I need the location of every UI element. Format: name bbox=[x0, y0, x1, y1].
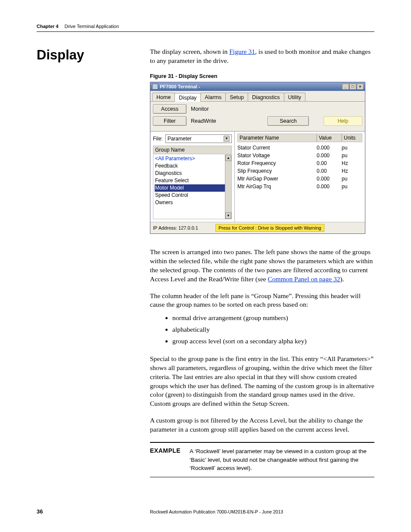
status-message[interactable]: Press for Control : Drive is Stopped wit… bbox=[215, 224, 324, 232]
param-name: Mtr AirGap Trq bbox=[237, 183, 317, 190]
sort-list: normal drive arrangement (group numbers)… bbox=[172, 313, 374, 346]
filter-button[interactable]: Filter bbox=[153, 116, 187, 126]
tab-alarms[interactable]: Alarms bbox=[200, 93, 226, 101]
minimize-button[interactable]: _ bbox=[342, 84, 349, 90]
body-paragraph: The column header of the left pane is “G… bbox=[150, 292, 374, 310]
page-footer: 36 Rockwell Automation Publication 7000-… bbox=[37, 508, 374, 515]
group-item[interactable]: Motor Model bbox=[155, 184, 230, 192]
panes: File: Parameter ▼ Group Name <All Parame… bbox=[150, 131, 365, 222]
tab-utility[interactable]: Utility bbox=[284, 93, 306, 101]
param-name: Stator Voltage bbox=[237, 152, 317, 159]
param-table-header: Parameter Name Value Units bbox=[237, 134, 362, 142]
param-name: Stator Current bbox=[237, 144, 317, 152]
tabs-row: Home Display Alarms Setup Diagnostics Ut… bbox=[150, 91, 365, 102]
group-item[interactable]: <All Parameters> bbox=[155, 155, 230, 162]
param-value: 0.00 bbox=[317, 167, 342, 175]
param-row[interactable]: Mtr AirGap Power0.000pu bbox=[237, 175, 362, 183]
file-combo-value: Parameter bbox=[168, 136, 192, 142]
common-panel-link[interactable]: Common Panel on page 32 bbox=[268, 275, 340, 283]
monitor-label: Monitor bbox=[191, 106, 209, 112]
header-rule bbox=[37, 31, 374, 32]
figure-caption: Figure 31 - Display Screen bbox=[150, 73, 374, 79]
maximize-button[interactable]: □ bbox=[349, 84, 356, 90]
group-item[interactable]: Owners bbox=[155, 199, 230, 206]
ip-address: IP Address: 127.0.0.1 bbox=[153, 225, 198, 230]
param-row[interactable]: Stator Voltage0.000pu bbox=[237, 152, 362, 159]
group-list: <All Parameters>FeedbackDiagnosticsFeatu… bbox=[153, 155, 232, 219]
example-block: EXAMPLE A ‘Rockwell’ level parameter may… bbox=[150, 442, 374, 477]
section-heading: Display bbox=[37, 47, 150, 63]
scrollbar[interactable]: ▲ ▼ bbox=[225, 155, 231, 219]
group-item[interactable]: Feedback bbox=[155, 162, 230, 170]
list-item: alphabetically bbox=[172, 324, 374, 335]
access-button[interactable]: Access bbox=[153, 104, 187, 114]
param-value: 0.000 bbox=[317, 175, 342, 183]
figure-wrap: PF7000 Terminal - _ □ × Home Display Ala… bbox=[150, 82, 374, 234]
figure-link[interactable]: Figure 31 bbox=[229, 48, 255, 55]
tab-diagnostics[interactable]: Diagnostics bbox=[248, 93, 284, 101]
group-item[interactable]: Diagnostics bbox=[155, 170, 230, 177]
scroll-down-icon[interactable]: ▼ bbox=[225, 212, 231, 219]
list-item: group access level (sort on a secondary … bbox=[172, 336, 374, 347]
param-value: 0.000 bbox=[317, 144, 342, 152]
search-button[interactable]: Search bbox=[268, 116, 309, 126]
col-units[interactable]: Units bbox=[342, 134, 362, 142]
chevron-down-icon: ▼ bbox=[224, 136, 230, 142]
col-value[interactable]: Value bbox=[317, 134, 342, 142]
page-number: 36 bbox=[37, 508, 150, 515]
param-value: 0.000 bbox=[317, 183, 342, 190]
publication-id: Rockwell Automation Publication 7000-UM2… bbox=[150, 509, 283, 514]
param-value: 0.000 bbox=[317, 152, 342, 159]
param-units: pu bbox=[342, 144, 362, 152]
group-item[interactable]: Speed Control bbox=[155, 192, 230, 199]
chapter-number: Chapter 4 bbox=[37, 24, 59, 29]
window-title: PF7000 Terminal - bbox=[160, 84, 200, 89]
tab-display[interactable]: Display bbox=[174, 93, 201, 102]
app-window: PF7000 Terminal - _ □ × Home Display Ala… bbox=[150, 82, 365, 234]
body-paragraph: Special to the group pane is the first e… bbox=[150, 355, 374, 409]
body-paragraph: The screen is arranged into two panes. T… bbox=[150, 248, 374, 284]
param-row[interactable]: Slip Frequency0.00Hz bbox=[237, 167, 362, 175]
param-row[interactable]: Stator Current0.000pu bbox=[237, 144, 362, 152]
toolbar: Access Monitor Filter ReadWrite Search H… bbox=[150, 102, 365, 131]
file-label: File: bbox=[153, 136, 163, 142]
param-value: 0.00 bbox=[317, 159, 342, 167]
col-parameter-name[interactable]: Parameter Name bbox=[237, 134, 317, 142]
title-bar: PF7000 Terminal - _ □ × bbox=[150, 82, 365, 91]
tab-home[interactable]: Home bbox=[152, 93, 175, 101]
close-button[interactable]: × bbox=[357, 84, 364, 90]
app-icon bbox=[152, 84, 158, 90]
param-units: Hz bbox=[342, 159, 362, 167]
running-header: Chapter 4 Drive Terminal Application bbox=[37, 24, 374, 29]
param-units: pu bbox=[342, 183, 362, 190]
help-button[interactable]: Help bbox=[324, 116, 362, 126]
param-row[interactable]: Mtr AirGap Trq0.000pu bbox=[237, 183, 362, 190]
example-label: EXAMPLE bbox=[150, 447, 190, 473]
param-name: Slip Frequency bbox=[237, 167, 317, 175]
param-units: Hz bbox=[342, 167, 362, 175]
group-item[interactable]: Feature Select bbox=[155, 177, 230, 184]
file-combo[interactable]: Parameter ▼ bbox=[165, 134, 232, 143]
list-item: normal drive arrangement (group numbers) bbox=[172, 313, 374, 324]
tab-setup[interactable]: Setup bbox=[225, 93, 248, 101]
chapter-title: Drive Terminal Application bbox=[65, 24, 119, 29]
group-name-header[interactable]: Group Name bbox=[153, 146, 232, 154]
status-bar: IP Address: 127.0.0.1 Press for Control … bbox=[150, 222, 365, 233]
param-units: pu bbox=[342, 175, 362, 183]
param-name: Rotor Frequency bbox=[237, 159, 317, 167]
param-units: pu bbox=[342, 152, 362, 159]
group-pane: File: Parameter ▼ Group Name <All Parame… bbox=[150, 132, 235, 222]
intro-paragraph: The display screen, shown in Figure 31, … bbox=[150, 47, 374, 65]
parameter-pane: Parameter Name Value Units Stator Curren… bbox=[235, 132, 365, 222]
scroll-up-icon[interactable]: ▲ bbox=[225, 155, 231, 161]
readwrite-label: ReadWrite bbox=[191, 118, 216, 124]
param-name: Mtr AirGap Power bbox=[237, 175, 317, 183]
param-row[interactable]: Rotor Frequency0.00Hz bbox=[237, 159, 362, 167]
body-paragraph: A custom group is not filtered by the Ac… bbox=[150, 416, 374, 434]
example-text: A ‘Rockwell’ level parameter may be view… bbox=[190, 447, 374, 473]
